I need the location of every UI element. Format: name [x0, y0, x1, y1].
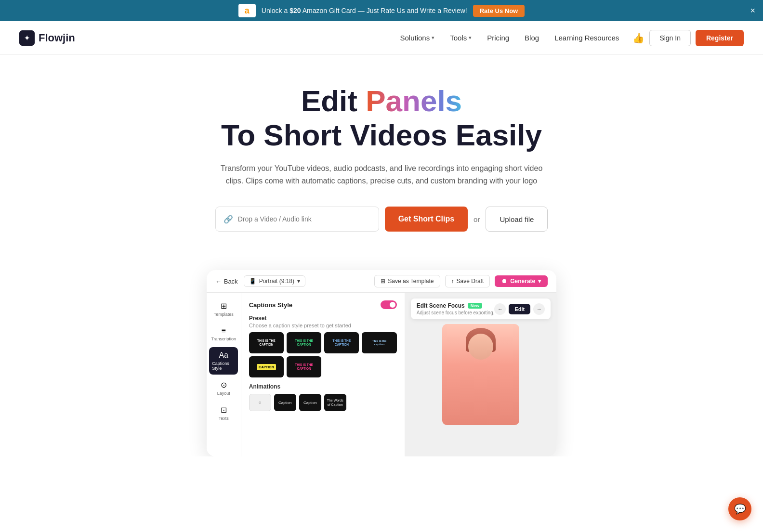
phone-icon: 📱 — [249, 278, 256, 285]
nav-learning-resources[interactable]: Learning Resources — [549, 30, 625, 46]
templates-icon: ⊞ — [221, 301, 227, 311]
logo-icon: ✦ — [19, 30, 35, 46]
sidebar-item-captions-style[interactable]: Aa Captions Style — [209, 347, 238, 375]
chevron-down-icon: ▾ — [297, 278, 300, 285]
anim-preset-3[interactable]: Caption — [299, 394, 321, 411]
preview-video-area: Edit Scene Focus New Adjust scene focus … — [405, 293, 557, 456]
or-text: or — [474, 215, 480, 223]
hero-section: Edit Panels To Short Videos Easily Trans… — [0, 55, 763, 251]
animation-presets: ○ Caption Caption The Words of Caption — [249, 394, 397, 411]
transcription-icon: ≡ — [222, 326, 226, 335]
nav-tools[interactable]: Tools ▾ — [444, 30, 477, 46]
captions-style-title: Captions Style — [249, 300, 397, 309]
sidebar-item-layout[interactable]: ⊙ Layout — [209, 376, 238, 400]
rate-us-button[interactable]: Rate Us Now — [473, 5, 525, 17]
caption-preset-6[interactable]: THIS IS THECAPTION — [287, 356, 321, 377]
back-arrow-icon: ← — [215, 278, 222, 285]
amazon-icon: a — [238, 4, 256, 17]
sign-in-button[interactable]: Sign In — [649, 30, 691, 46]
preview-content: Captions Style Preset Choose a caption s… — [241, 293, 557, 456]
preview-topbar: ← Back 📱 Portrait (9:18) ▾ ⊞ Save as Tem… — [207, 270, 557, 293]
edit-scene-button[interactable]: Edit — [509, 304, 530, 314]
chevron-down-icon: ▾ — [538, 278, 541, 285]
hero-panels-gradient: Panels — [366, 84, 462, 117]
close-announce-button[interactable]: × — [750, 6, 755, 15]
sidebar-item-texts[interactable]: ⊡ Texts — [209, 402, 238, 425]
caption-presets-grid: THIS IS THECAPTION THIS IS THECAPTION TH… — [249, 332, 397, 377]
layout-icon: ⊙ — [221, 380, 227, 389]
texts-icon: ⊡ — [221, 405, 227, 415]
preview-back-button[interactable]: ← Back — [215, 278, 238, 285]
caption-preset-3[interactable]: THIS IS THECAPTION — [324, 332, 359, 353]
edit-scene-desc: Adjust scene focus before exporting. — [417, 310, 495, 315]
upload-file-button[interactable]: Upload file — [486, 207, 548, 232]
new-badge: New — [468, 303, 483, 309]
logo[interactable]: ✦ Flowjin — [19, 30, 75, 46]
preview-sidebar: ⊞ Templates ≡ Transcription Aa Captions … — [207, 293, 241, 456]
hero-title: Edit Panels To Short Videos Easily — [10, 84, 753, 153]
logo-text: Flowjin — [39, 32, 75, 44]
captions-style-panel: Captions Style Preset Choose a caption s… — [241, 293, 405, 456]
anim-preset-4[interactable]: The Words of Caption — [324, 394, 346, 411]
next-arrow-button[interactable]: → — [533, 303, 545, 315]
animations-label: Animations — [249, 383, 397, 390]
preset-label: Preset — [249, 315, 397, 322]
preview-format-selector[interactable]: 📱 Portrait (9:18) ▾ — [244, 275, 305, 287]
preset-desc: Choose a caption style preset to get sta… — [249, 323, 397, 328]
preset-section: Preset Choose a caption style preset to … — [249, 315, 397, 377]
anim-preset-1[interactable]: ○ — [249, 394, 271, 411]
chevron-down-icon: ▾ — [432, 35, 434, 41]
nav-blog[interactable]: Blog — [519, 30, 545, 46]
nav-pricing[interactable]: Pricing — [481, 30, 515, 46]
save-draft-button[interactable]: ↑ Save Draft — [445, 275, 490, 287]
hero-input-row: 🔗 Get Short Clips or Upload file — [10, 207, 753, 232]
captions-toggle[interactable] — [381, 300, 397, 309]
template-icon: ⊞ — [381, 278, 385, 285]
nav-solutions[interactable]: Solutions ▾ — [394, 30, 440, 46]
save-template-button[interactable]: ⊞ Save as Template — [374, 275, 440, 287]
register-button[interactable]: Register — [696, 30, 744, 46]
video-url-input[interactable] — [238, 215, 371, 223]
link-icon: 🔗 — [224, 215, 233, 224]
caption-preset-5[interactable]: Caption — [249, 356, 284, 377]
url-input-wrap: 🔗 — [215, 207, 379, 232]
prev-arrow-button[interactable]: ← — [494, 303, 506, 315]
save-icon: ↑ — [451, 278, 454, 285]
sidebar-item-templates[interactable]: ⊞ Templates — [209, 298, 238, 321]
sidebar-item-transcription[interactable]: ≡ Transcription — [209, 323, 238, 345]
preview-body: ⊞ Templates ≡ Transcription Aa Captions … — [207, 293, 557, 456]
caption-preset-4[interactable]: This is thecaption — [362, 332, 396, 353]
captions-icon: Aa — [219, 351, 228, 360]
announcement-bar: a Unlock a $20 Amazon Gift Card — Just R… — [0, 0, 763, 21]
nav-links: Solutions ▾ Tools ▾ Pricing Blog Learnin… — [394, 30, 625, 46]
thumbs-up-icon[interactable]: 👍 — [632, 32, 645, 44]
hero-subtitle: Transform your YouTube videos, audio pod… — [213, 162, 550, 188]
anim-preset-2[interactable]: Caption — [274, 394, 296, 411]
generate-button[interactable]: ⏺ Generate ▾ — [495, 275, 548, 287]
nav-actions: 👍 Sign In Register — [632, 30, 744, 46]
get-short-clips-button[interactable]: Get Short Clips — [385, 207, 468, 232]
caption-preset-2[interactable]: THIS IS THECAPTION — [287, 332, 321, 353]
preview-topbar-actions: ⊞ Save as Template ↑ Save Draft ⏺ Genera… — [374, 275, 548, 287]
video-frame — [442, 324, 519, 425]
caption-preset-1[interactable]: THIS IS THECAPTION — [249, 332, 284, 353]
animations-section: Animations ○ Caption Caption — [249, 383, 397, 411]
edit-scene-focus-card: Edit Scene Focus New Adjust scene focus … — [411, 298, 551, 319]
navbar: ✦ Flowjin Solutions ▾ Tools ▾ Pricing Bl… — [0, 21, 763, 55]
announce-text: Unlock a $20 Amazon Gift Card — Just Rat… — [262, 7, 467, 14]
record-icon: ⏺ — [501, 278, 507, 285]
chevron-down-icon: ▾ — [469, 35, 472, 41]
app-preview: ← Back 📱 Portrait (9:18) ▾ ⊞ Save as Tem… — [207, 270, 557, 456]
